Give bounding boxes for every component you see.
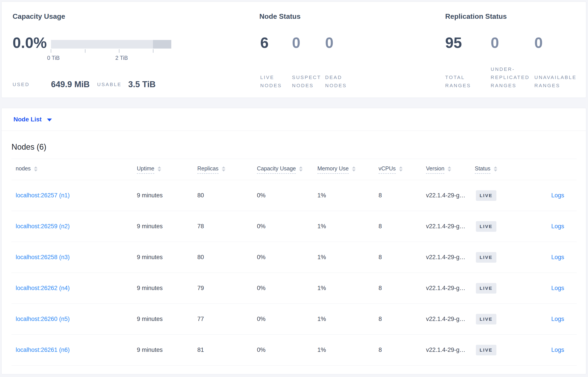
logs-link[interactable]: Logs — [551, 285, 564, 291]
version-cell: v22.1.4-29-g… — [426, 285, 475, 292]
status-badge: LIVE — [476, 252, 496, 263]
uptime-cell: 9 minutes — [137, 316, 197, 322]
memory-use-cell: 1% — [318, 254, 378, 261]
capacity-usage-cell: 0% — [257, 223, 318, 230]
column-header-vcpus[interactable]: vCPUs — [378, 165, 426, 174]
logs-link[interactable]: Logs — [551, 254, 564, 260]
logs-link[interactable]: Logs — [551, 316, 564, 322]
column-header-memory-use[interactable]: Memory Use — [318, 165, 378, 174]
view-selector-label: Node List — [13, 116, 42, 123]
node-status-metrics: 6 LIVE NODES 0 SUSPECT NODES 0 DEAD NODE… — [259, 35, 436, 90]
metric-value: 6 — [260, 35, 269, 50]
column-header-nodes[interactable]: nodes — [12, 165, 137, 174]
version-cell: v22.1.4-29-g… — [426, 316, 475, 322]
capacity-usage-panel: Capacity Usage 0.0% 0 TiB 2 TiB USED 649… — [12, 2, 251, 98]
uptime-cell: 9 minutes — [137, 192, 197, 199]
axis-label-0tib: 0 TiB — [47, 55, 60, 61]
nodes-section-title: Nodes (6) — [12, 141, 586, 153]
metric-value: 95 — [445, 35, 462, 50]
sort-asc-icon — [299, 166, 303, 168]
node-address-link[interactable]: localhost:26258 (n3) — [16, 254, 70, 260]
metric-label: UNDER- REPLICATED RANGES — [491, 65, 530, 90]
axis-tick — [153, 49, 153, 53]
column-header-version[interactable]: Version — [426, 165, 475, 174]
sort-asc-icon — [352, 166, 356, 168]
table-row: localhost:26262 (n4) 9 minutes 79 0% 1% … — [12, 273, 577, 304]
memory-use-cell: 1% — [318, 192, 378, 199]
node-address-link[interactable]: localhost:26261 (n6) — [16, 347, 70, 353]
status-badge: LIVE — [476, 190, 496, 201]
logs-link[interactable]: Logs — [551, 223, 564, 230]
sort-arrows-icon — [222, 166, 225, 172]
sort-desc-icon — [34, 169, 37, 172]
node-address-link[interactable]: localhost:26259 (n2) — [16, 223, 70, 230]
summary-metric: 6 LIVE NODES — [260, 35, 282, 90]
replicas-cell: 77 — [197, 316, 257, 322]
sort-arrows-icon — [494, 166, 497, 172]
column-header-uptime[interactable]: Uptime — [137, 165, 197, 174]
table-row: localhost:26259 (n2) 9 minutes 78 0% 1% … — [12, 211, 577, 242]
vcpus-cell: 8 — [378, 254, 426, 261]
table-row: localhost:26258 (n3) 9 minutes 80 0% 1% … — [12, 242, 577, 273]
node-status-title: Node Status — [259, 12, 301, 21]
column-header-label: Capacity Usage — [257, 165, 296, 174]
sort-asc-icon — [158, 166, 161, 168]
column-header-capacity-usage[interactable]: Capacity Usage — [257, 165, 318, 174]
column-header-status[interactable]: Status — [475, 165, 526, 174]
status-badge: LIVE — [476, 345, 496, 355]
logs-link[interactable]: Logs — [551, 192, 564, 199]
capacity-bar-tail — [153, 40, 171, 48]
capacity-usage-title: Capacity Usage — [12, 12, 65, 21]
column-header-label: Status — [475, 165, 490, 174]
replicas-cell: 80 — [197, 192, 257, 199]
capacity-usage-cell: 0% — [257, 316, 318, 322]
capacity-usage-cell: 0% — [257, 192, 318, 199]
sort-asc-icon — [222, 166, 225, 168]
metric-label: UNAVAILABLE RANGES — [534, 73, 576, 90]
table-header-row: nodes Uptime Replicas Capacity Usage Mem… — [12, 159, 577, 180]
metric-label: LIVE NODES — [260, 73, 282, 90]
sort-arrows-icon — [34, 166, 37, 172]
memory-use-cell: 1% — [318, 285, 378, 292]
capacity-legend: USED 649.9 MiB USABLE 3.5 TiB — [12, 76, 233, 90]
sort-arrows-icon — [448, 166, 451, 172]
node-list-card: Node List Nodes (6) nodes Uptime Replica… — [1, 108, 586, 374]
sort-desc-icon — [352, 169, 356, 172]
column-header-replicas[interactable]: Replicas — [197, 165, 257, 174]
capacity-usage-bar — [51, 40, 171, 48]
version-cell: v22.1.4-29-g… — [426, 192, 475, 199]
version-cell: v22.1.4-29-g… — [426, 254, 475, 261]
summary-metric: 95 TOTAL RANGES — [445, 35, 471, 90]
replicas-cell: 78 — [197, 223, 257, 230]
usable-label: USABLE — [97, 82, 122, 87]
sort-arrows-icon — [399, 166, 403, 172]
column-header-label: Replicas — [197, 165, 219, 174]
uptime-cell: 9 minutes — [137, 254, 197, 261]
sort-desc-icon — [222, 169, 225, 172]
summary-metric: 0 DEAD NODES — [325, 35, 347, 90]
used-value: 649.9 MiB — [51, 80, 90, 89]
node-address-link[interactable]: localhost:26262 (n4) — [16, 285, 70, 291]
node-address-link[interactable]: localhost:26257 (n1) — [16, 192, 70, 199]
replicas-cell: 81 — [197, 347, 257, 353]
view-selector-dropdown[interactable]: Node List — [1, 108, 586, 131]
sort-arrows-icon — [158, 166, 161, 172]
summary-metric: 0 SUSPECT NODES — [292, 35, 321, 90]
replication-status-title: Replication Status — [445, 12, 507, 21]
vcpus-cell: 8 — [378, 347, 426, 353]
table-row: localhost:26261 (n6) 9 minutes 81 0% 1% … — [12, 335, 577, 365]
column-header-label: nodes — [16, 165, 31, 174]
usable-value: 3.5 TiB — [128, 80, 156, 89]
node-address-link[interactable]: localhost:26260 (n5) — [16, 316, 70, 322]
memory-use-cell: 1% — [318, 223, 378, 230]
metric-value: 0 — [325, 35, 333, 50]
column-header-label: Memory Use — [318, 165, 349, 174]
capacity-usage-cell: 0% — [257, 347, 318, 353]
sort-asc-icon — [34, 166, 37, 168]
logs-link[interactable]: Logs — [551, 347, 564, 353]
replication-status-panel: Replication Status 95 TOTAL RANGES 0 UND… — [445, 2, 582, 98]
metric-label: TOTAL RANGES — [445, 73, 471, 90]
uptime-cell: 9 minutes — [137, 285, 197, 292]
sort-desc-icon — [448, 169, 451, 172]
node-status-panel: Node Status 6 LIVE NODES 0 SUSPECT NODES… — [259, 2, 436, 98]
